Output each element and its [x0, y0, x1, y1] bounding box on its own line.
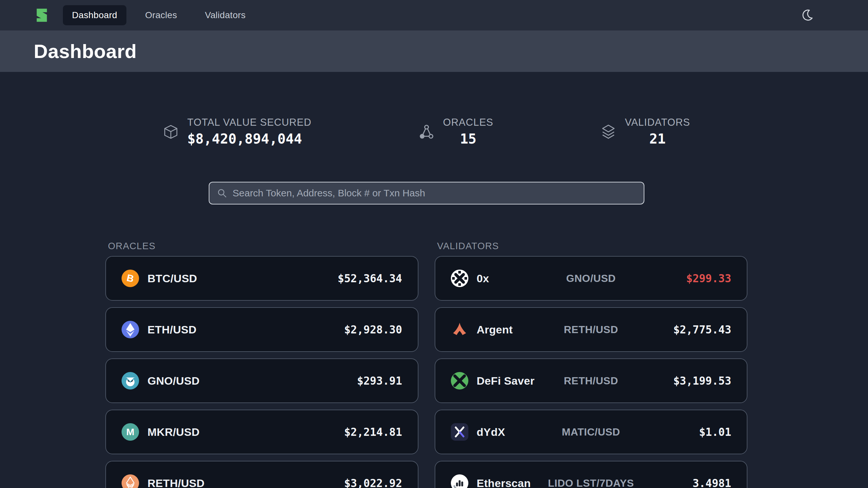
page-header: Dashboard: [0, 30, 868, 72]
validator-row-argent[interactable]: Argent RETH/USD $2,775.43: [435, 307, 748, 352]
feed-price: $293.91: [357, 375, 402, 387]
nav-items: Dashboard Oracles Validators: [63, 5, 255, 25]
validator-pair: RETH/USD: [564, 324, 618, 336]
validator-label: DeFi Saver: [477, 375, 535, 387]
feed-price: $2,214.81: [344, 426, 402, 438]
feed-label: BTC/USD: [148, 272, 197, 285]
stat-value: 15: [443, 131, 493, 147]
validator-label: Argent: [477, 323, 513, 336]
feed-label: ETH/USD: [148, 323, 196, 336]
feed-label: GNO/USD: [148, 375, 200, 387]
app-logo: [34, 7, 50, 23]
stat-label: TOTAL VALUE SECURED: [187, 117, 311, 128]
validator-row-0x[interactable]: 0x GNO/USD $299.33: [435, 256, 748, 301]
stat-label: ORACLES: [443, 117, 493, 128]
validator-label: 0x: [477, 272, 489, 285]
zrx-icon: [451, 270, 468, 287]
validators-section: VALIDATORS 0x GNO/USD $299.33: [435, 241, 748, 488]
feed-label: RETH/USD: [148, 477, 205, 488]
validator-pair: MATIC/USD: [562, 426, 620, 438]
search-input[interactable]: [233, 188, 637, 199]
validator-row-etherscan[interactable]: Etherscan LIDO LST/7DAYS 3.4981: [435, 461, 748, 488]
moon-icon: [801, 8, 815, 22]
validator-row-dydx[interactable]: dYdX MATIC/USD $1.01: [435, 410, 748, 454]
stat-oracles: ORACLES 15: [418, 117, 493, 147]
oracle-row-gno-usd[interactable]: GNO/USD $293.91: [105, 358, 418, 403]
validator-price: 3.4981: [693, 477, 731, 488]
nav-item-validators[interactable]: Validators: [196, 5, 254, 25]
top-nav: Dashboard Oracles Validators: [0, 0, 868, 30]
mkr-glyph: M: [126, 427, 134, 437]
validator-label: dYdX: [477, 426, 505, 438]
search-icon: [217, 188, 227, 199]
nav-item-dashboard[interactable]: Dashboard: [63, 5, 126, 25]
feed-label: MKR/USD: [148, 426, 200, 438]
feed-price: $52,364.34: [338, 272, 402, 285]
etherscan-icon: [451, 475, 468, 488]
nav-item-oracles[interactable]: Oracles: [136, 5, 186, 25]
page-title: Dashboard: [34, 40, 137, 63]
main-content: TOTAL VALUE SECURED $8,420,894,044 ORACL…: [105, 117, 747, 488]
stat-value: 21: [625, 131, 690, 147]
oracle-row-eth-usd[interactable]: ETH/USD $2,928.30: [105, 307, 418, 352]
argent-icon: [451, 321, 468, 338]
stats-row: TOTAL VALUE SECURED $8,420,894,044 ORACL…: [105, 117, 747, 147]
validator-row-defi-saver[interactable]: DeFi Saver RETH/USD $3,199.53: [435, 358, 748, 403]
mkr-icon: M: [122, 423, 139, 441]
btc-icon: B: [122, 270, 139, 287]
feed-price: $2,928.30: [344, 323, 402, 336]
theme-toggle-button[interactable]: [801, 7, 816, 23]
oracle-row-btc-usd[interactable]: B BTC/USD $52,364.34: [105, 256, 418, 301]
eth-icon: [122, 321, 139, 338]
oracles-section: ORACLES B BTC/USD $52,364.34 ETH/USD $2,…: [105, 241, 418, 488]
stat-validators: VALIDATORS 21: [600, 117, 690, 147]
validator-price: $2,775.43: [673, 323, 731, 336]
validator-label: Etherscan: [477, 477, 531, 488]
cube-icon: [163, 124, 179, 140]
network-icon: [418, 124, 435, 140]
defisaver-icon: [451, 372, 468, 390]
search-box[interactable]: [209, 182, 644, 204]
reth-icon: [122, 475, 139, 488]
stat-label: VALIDATORS: [625, 117, 690, 128]
validators-section-label: VALIDATORS: [437, 241, 748, 252]
btc-glyph: B: [126, 273, 134, 284]
oracle-row-mkr-usd[interactable]: M MKR/USD $2,214.81: [105, 410, 418, 454]
gno-icon: [122, 372, 139, 390]
validator-price: $299.33: [686, 272, 731, 285]
validator-price: $1.01: [699, 426, 731, 438]
oracle-row-reth-usd[interactable]: RETH/USD $3,022.92: [105, 461, 418, 488]
oracles-section-label: ORACLES: [108, 241, 418, 252]
dydx-icon: [451, 423, 468, 441]
stat-total-value-secured: TOTAL VALUE SECURED $8,420,894,044: [163, 117, 311, 147]
validator-price: $3,199.53: [673, 375, 731, 387]
layers-icon: [600, 124, 617, 140]
validator-pair: LIDO LST/7DAYS: [548, 477, 634, 488]
stat-value: $8,420,894,044: [187, 131, 311, 147]
validator-pair: RETH/USD: [564, 375, 618, 387]
feed-price: $3,022.92: [344, 477, 402, 488]
validator-pair: GNO/USD: [566, 272, 616, 285]
